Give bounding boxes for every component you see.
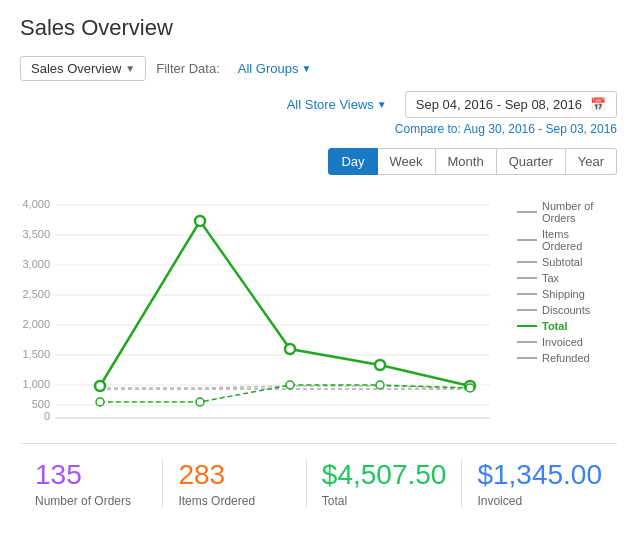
chart-area: 4,000 3,500 3,000 2,500 2,000 1,500 1,00… [20, 190, 617, 423]
svg-point-24 [195, 216, 205, 226]
legend-item-refunded: Refunded [517, 352, 617, 364]
stat-total-label: Total [322, 494, 447, 508]
stat-items-label: Items Ordered [178, 494, 290, 508]
date-range-picker[interactable]: Sep 04, 2016 - Sep 08, 2016 📅 [405, 91, 617, 118]
stat-total-value: $4,507.50 [322, 459, 447, 491]
legend-line-discounts [517, 309, 537, 311]
legend-item-orders: Number ofOrders [517, 200, 617, 224]
chart-svg-container: 4,000 3,500 3,000 2,500 2,000 1,500 1,00… [20, 190, 507, 423]
svg-point-29 [196, 398, 204, 406]
legend-item-discounts: Discounts [517, 304, 617, 316]
legend-item-tax: Tax [517, 272, 617, 284]
legend-item-invoiced: Invoiced [517, 336, 617, 348]
legend-label-discounts: Discounts [542, 304, 590, 316]
svg-text:3,000: 3,000 [22, 258, 50, 270]
svg-point-26 [375, 360, 385, 370]
all-groups-label: All Groups [238, 61, 299, 76]
date-row: All Store Views ▼ Sep 04, 2016 - Sep 08,… [20, 91, 617, 118]
stat-invoiced-label: Invoiced [477, 494, 602, 508]
stat-items: 283 Items Ordered [163, 459, 306, 508]
svg-text:500: 500 [32, 398, 50, 410]
page-container: Sales Overview Sales Overview ▼ Filter D… [0, 0, 637, 523]
legend-line-orders [517, 211, 537, 213]
period-year-button[interactable]: Year [566, 148, 617, 175]
stat-invoiced: $1,345.00 Invoiced [462, 459, 617, 508]
chart-svg: 4,000 3,500 3,000 2,500 2,000 1,500 1,00… [20, 190, 500, 420]
stat-total: $4,507.50 Total [307, 459, 463, 508]
legend-line-shipping [517, 293, 537, 295]
legend-item-subtotal: Subtotal [517, 256, 617, 268]
legend-line-subtotal [517, 261, 537, 263]
sales-overview-dropdown[interactable]: Sales Overview ▼ [20, 56, 146, 81]
legend-line-total [517, 325, 537, 327]
svg-text:4,000: 4,000 [22, 198, 50, 210]
toolbar-left: Sales Overview ▼ Filter Data: All Groups… [20, 56, 319, 81]
svg-text:0: 0 [44, 410, 50, 420]
dropdown-arrow-icon: ▼ [125, 63, 135, 74]
all-groups-dropdown[interactable]: All Groups ▼ [230, 57, 320, 80]
legend-label-tax: Tax [542, 272, 559, 284]
legend-line-invoiced [517, 341, 537, 343]
store-view-label: All Store Views [287, 97, 374, 112]
chart-legend: Number ofOrders ItemsOrdered Subtotal Ta… [517, 190, 617, 423]
legend-line-items [517, 239, 537, 241]
svg-point-25 [285, 344, 295, 354]
svg-point-23 [95, 381, 105, 391]
all-groups-arrow-icon: ▼ [302, 63, 312, 74]
legend-label-orders: Number ofOrders [542, 200, 593, 224]
svg-point-30 [286, 381, 294, 389]
legend-line-tax [517, 277, 537, 279]
stat-orders: 135 Number of Orders [20, 459, 163, 508]
legend-label-refunded: Refunded [542, 352, 590, 364]
stat-items-value: 283 [178, 459, 290, 491]
legend-item-items: ItemsOrdered [517, 228, 617, 252]
sales-overview-label: Sales Overview [31, 61, 121, 76]
legend-item-total: Total [517, 320, 617, 332]
svg-point-31 [376, 381, 384, 389]
legend-line-refunded [517, 357, 537, 359]
compare-text: Compare to: Aug 30, 2016 - Sep 03, 2016 [395, 122, 617, 136]
period-selector: Day Week Month Quarter Year [20, 148, 617, 175]
period-week-button[interactable]: Week [378, 148, 436, 175]
svg-text:2,500: 2,500 [22, 288, 50, 300]
stat-orders-label: Number of Orders [35, 494, 147, 508]
period-quarter-button[interactable]: Quarter [497, 148, 566, 175]
stat-orders-value: 135 [35, 459, 147, 491]
legend-label-total: Total [542, 320, 567, 332]
legend-item-shipping: Shipping [517, 288, 617, 300]
store-view-arrow-icon: ▼ [377, 99, 387, 110]
stat-invoiced-value: $1,345.00 [477, 459, 602, 491]
svg-point-32 [466, 384, 474, 392]
svg-text:1,500: 1,500 [22, 348, 50, 360]
legend-label-invoiced: Invoiced [542, 336, 583, 348]
filter-label: Filter Data: [156, 61, 220, 76]
page-title: Sales Overview [20, 15, 617, 41]
calendar-icon: 📅 [590, 97, 606, 112]
stats-row: 135 Number of Orders 283 Items Ordered $… [20, 443, 617, 508]
period-month-button[interactable]: Month [436, 148, 497, 175]
svg-text:1,000: 1,000 [22, 378, 50, 390]
period-day-button[interactable]: Day [328, 148, 377, 175]
legend-label-subtotal: Subtotal [542, 256, 582, 268]
svg-text:3,500: 3,500 [22, 228, 50, 240]
store-view-dropdown[interactable]: All Store Views ▼ [279, 93, 395, 116]
compare-row: Compare to: Aug 30, 2016 - Sep 03, 2016 [20, 122, 617, 136]
legend-label-shipping: Shipping [542, 288, 585, 300]
date-range-text: Sep 04, 2016 - Sep 08, 2016 [416, 97, 582, 112]
svg-point-28 [96, 398, 104, 406]
toolbar: Sales Overview ▼ Filter Data: All Groups… [20, 56, 617, 81]
svg-text:2,000: 2,000 [22, 318, 50, 330]
legend-label-items: ItemsOrdered [542, 228, 582, 252]
